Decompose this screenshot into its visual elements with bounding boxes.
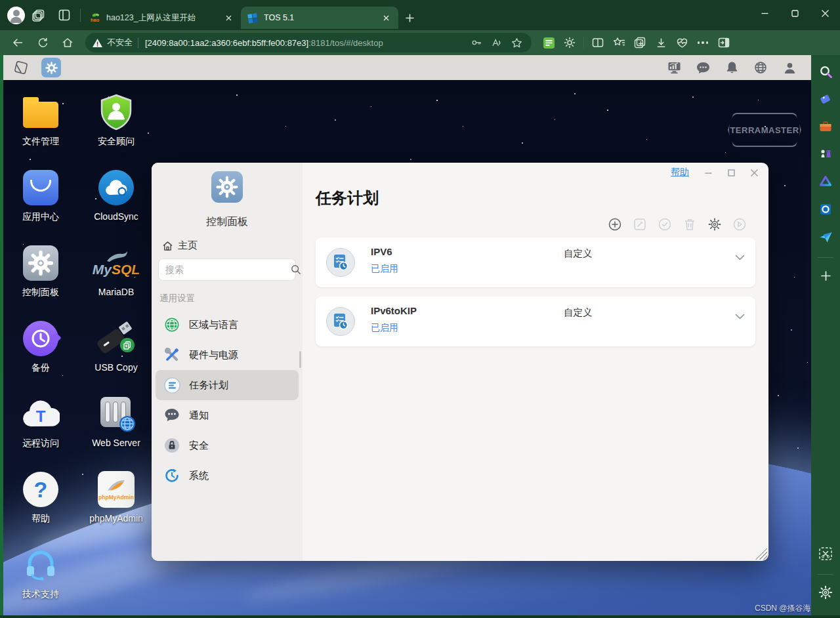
edit-task-button[interactable] bbox=[633, 218, 646, 231]
tab-close-icon[interactable] bbox=[380, 12, 392, 24]
more-menu-icon[interactable] bbox=[692, 33, 713, 52]
hao123-favicon: hao bbox=[90, 12, 101, 24]
desktop-icon-mariadb[interactable]: MySQL MariaDB bbox=[80, 243, 152, 297]
desktop-icon-control-panel[interactable]: 控制面板 bbox=[5, 243, 77, 299]
collections-icon[interactable] bbox=[629, 33, 650, 52]
search-icon[interactable] bbox=[291, 264, 301, 275]
task-row-ipv6tokip[interactable]: IPv6toKIP 已启用 自定义 bbox=[316, 297, 755, 346]
new-tab-button[interactable] bbox=[398, 8, 421, 28]
sidebar-item-notifications[interactable]: 通知 bbox=[156, 400, 299, 430]
sidebar-item-hardware-power[interactable]: 硬件与电源 bbox=[156, 340, 299, 370]
desktop-icon-file-manager[interactable]: 文件管理 bbox=[5, 93, 77, 148]
sidebar-drop-icon[interactable] bbox=[816, 227, 835, 247]
split-screen-icon[interactable] bbox=[587, 33, 608, 52]
settings-menu: 区域与语言 硬件与电源 bbox=[156, 310, 299, 491]
desktop-icon-usb-copy[interactable]: USB Copy bbox=[80, 319, 152, 373]
window-close-button[interactable] bbox=[751, 169, 758, 176]
tab-close-icon[interactable] bbox=[222, 12, 234, 24]
desktop-icon-phpmyadmin[interactable]: phpMyAdmin phpMyAdmin bbox=[80, 470, 152, 524]
sidebar-item-home[interactable]: 主页 bbox=[162, 239, 198, 252]
window-maximize-button[interactable] bbox=[728, 169, 735, 176]
desktop-icon-backup[interactable]: 备份 bbox=[5, 319, 77, 374]
tos-menu-icon[interactable] bbox=[12, 59, 30, 76]
svg-text:T: T bbox=[36, 407, 46, 425]
desktop-icon-app-center[interactable]: 应用中心 bbox=[5, 168, 77, 223]
browser-essentials-icon[interactable] bbox=[671, 33, 692, 52]
messages-icon[interactable] bbox=[696, 60, 710, 75]
menu-label: 硬件与电源 bbox=[189, 349, 238, 361]
extensions-icon[interactable] bbox=[559, 33, 580, 52]
taskbar-control-panel-app[interactable] bbox=[41, 58, 61, 77]
globe-icon bbox=[163, 316, 180, 333]
sidebar-m365-icon[interactable] bbox=[816, 172, 835, 192]
tab-hao123[interactable]: hao hao123_上网从这里开始 bbox=[83, 7, 241, 29]
menu-label: 区域与语言 bbox=[189, 319, 238, 331]
task-row-ipv6[interactable]: IPV6 已启用 自定义 bbox=[316, 237, 755, 287]
sidebar-games-icon[interactable] bbox=[816, 144, 835, 164]
network-globe-icon[interactable] bbox=[753, 60, 768, 75]
user-icon[interactable] bbox=[782, 60, 797, 75]
control-panel-app-icon bbox=[211, 171, 243, 203]
chevron-down-icon[interactable] bbox=[735, 314, 745, 319]
sidebar-outlook-icon[interactable] bbox=[816, 199, 835, 219]
browser-minimize-button[interactable] bbox=[749, 0, 780, 26]
sidebar-item-region-language[interactable]: 区域与语言 bbox=[156, 310, 299, 340]
sidebar-divider bbox=[818, 574, 833, 575]
workspaces-icon[interactable] bbox=[25, 4, 51, 26]
sidebar-add-icon[interactable] bbox=[816, 266, 835, 285]
browser-maximize-button[interactable] bbox=[780, 0, 810, 26]
browser-profile-avatar[interactable] bbox=[7, 7, 25, 24]
desktop-icon-help[interactable]: ? 帮助 bbox=[5, 470, 77, 525]
tab-title: TOS 5.1 bbox=[264, 13, 380, 22]
resource-monitor-icon[interactable] bbox=[667, 60, 681, 75]
desktop-icon-security-advisor[interactable]: 安全顾问 bbox=[80, 93, 152, 148]
help-link[interactable]: 帮助 bbox=[671, 167, 689, 178]
sidebar-toggle-icon[interactable] bbox=[713, 33, 734, 52]
vertical-tabs-icon[interactable] bbox=[51, 4, 77, 26]
enable-task-button[interactable] bbox=[658, 218, 671, 231]
back-icon[interactable] bbox=[5, 33, 30, 52]
sidebar-toolbox-icon[interactable] bbox=[816, 117, 835, 136]
favorites-icon[interactable] bbox=[608, 33, 629, 52]
url-host: [2409:8a00:1aa2:a360:6ebf:b5ff:fe00:87e3… bbox=[145, 38, 308, 48]
window-resize-handle[interactable] bbox=[755, 548, 767, 560]
search-input[interactable] bbox=[159, 264, 291, 275]
desktop-icon-remote-access[interactable]: T 远程访问 bbox=[5, 394, 77, 449]
delete-task-button[interactable] bbox=[683, 218, 696, 231]
desktop-icon-tech-support[interactable]: 技术支持 bbox=[5, 545, 77, 600]
desktop-icon-cloudsync[interactable]: CloudSync bbox=[80, 168, 152, 222]
terramaster-watermark: TERRAMASTER bbox=[728, 113, 801, 147]
downloads-icon[interactable] bbox=[650, 33, 671, 52]
address-divider bbox=[138, 37, 138, 48]
read-aloud-icon[interactable] bbox=[491, 37, 502, 48]
edge-sidebar bbox=[811, 55, 840, 615]
tab-title: hao123_上网从这里开始 bbox=[106, 12, 222, 24]
refresh-icon[interactable] bbox=[30, 33, 55, 52]
sidebar-item-task-schedule[interactable]: 任务计划 bbox=[156, 370, 299, 400]
task-status: 已启用 bbox=[371, 263, 398, 275]
window-minimize-button[interactable] bbox=[705, 169, 712, 176]
browser-close-button[interactable] bbox=[810, 0, 840, 26]
notifications-bell-icon[interactable] bbox=[724, 60, 739, 75]
sidebar-shopping-icon[interactable] bbox=[816, 89, 835, 109]
run-task-button[interactable] bbox=[733, 218, 746, 231]
task-settings-button[interactable] bbox=[708, 218, 721, 231]
browser-titlebar: hao hao123_上网从这里开始 TOS 5.1 bbox=[0, 0, 840, 30]
sidebar-scrollbar[interactable] bbox=[299, 351, 301, 368]
desktop-icon-web-server[interactable]: Web Server bbox=[80, 394, 152, 448]
sidebar-item-security[interactable]: 安全 bbox=[156, 430, 299, 461]
sidebar-search-icon[interactable] bbox=[816, 62, 835, 81]
tos-taskbar bbox=[3, 55, 811, 80]
sidebar-screenshot-icon[interactable] bbox=[816, 544, 835, 564]
sidebar-item-system[interactable]: 系统 bbox=[156, 461, 299, 491]
password-key-icon[interactable] bbox=[471, 37, 482, 48]
favorite-star-icon[interactable] bbox=[511, 37, 522, 49]
add-task-button[interactable] bbox=[608, 218, 621, 231]
home-icon[interactable] bbox=[55, 33, 80, 52]
tab-tos[interactable]: TOS 5.1 bbox=[241, 7, 398, 29]
sidebar-settings-icon[interactable] bbox=[816, 583, 835, 602]
chevron-down-icon[interactable] bbox=[735, 255, 745, 260]
control-panel-sidebar: 控制面板 主页 通用设置 bbox=[152, 163, 303, 561]
green-extension-icon[interactable] bbox=[538, 33, 559, 52]
address-bar[interactable]: 不安全 [2409:8a00:1aa2:a360:6ebf:b5ff:fe00:… bbox=[85, 33, 532, 52]
